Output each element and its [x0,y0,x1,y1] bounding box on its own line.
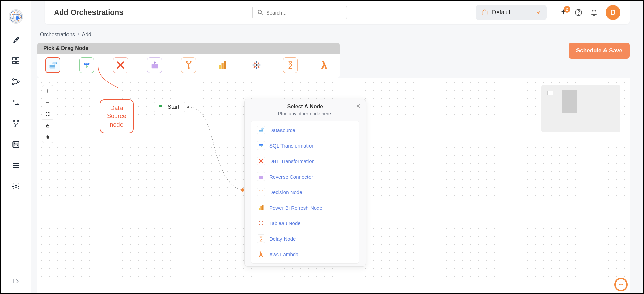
workspace-select[interactable]: Default [476,5,547,20]
breadcrumb-current: Add [82,32,91,38]
sidebar [1,1,31,293]
notification-badge: 2 [564,6,570,13]
svg-rect-47 [259,208,260,210]
fit-view-button[interactable] [42,108,53,120]
minimap-start [547,91,553,95]
sql-icon [257,141,265,150]
delete-button[interactable] [42,131,53,143]
svg-point-5 [17,12,18,13]
svg-point-4 [14,12,15,14]
nav-settings-icon[interactable] [11,182,21,191]
reverse-icon [257,172,265,181]
svg-rect-14 [13,61,15,64]
svg-rect-48 [260,206,262,210]
svg-rect-15 [17,61,19,64]
node-picker-subtitle: Plug any other node here. [245,111,366,116]
palette-datasource-node[interactable] [45,57,60,73]
briefcase-icon [481,9,488,16]
chat-fab[interactable] [614,278,628,291]
palette-dbt-node[interactable] [113,57,128,73]
search-input[interactable] [266,10,343,16]
nav-flow-icon[interactable] [11,77,21,86]
node-picker-item-label: SQL Transformation [269,143,315,149]
nav-swap-icon[interactable] [11,98,21,107]
node-picker-item-reverse[interactable]: Reverse Connector [251,169,359,184]
node-picker-item-label: Decision Node [269,189,302,195]
nav-dashboard-icon[interactable] [11,56,21,65]
start-node[interactable]: Start [154,101,185,113]
palette-delay-node[interactable] [283,57,298,73]
node-picker-item-label: Reverse Connector [269,174,313,180]
node-picker-item-delay[interactable]: Delay Node [251,231,359,246]
svg-rect-46 [259,176,263,179]
svg-point-30 [578,14,579,15]
chevron-down-icon [535,9,541,16]
svg-point-52 [622,284,623,285]
sparkle-icon[interactable]: 2 [560,9,567,16]
breadcrumb-root[interactable]: Orchestrations [40,32,75,38]
edge-endpoint[interactable] [241,188,244,192]
flag-icon [158,104,164,110]
svg-point-10 [11,19,12,20]
zoom-out-button[interactable] [42,97,53,108]
minimap[interactable] [541,85,620,132]
datasource-icon [257,126,265,134]
nav-branch-icon[interactable] [11,119,21,128]
node-palette: Pick & Drag Node SQL [37,43,340,78]
svg-point-1 [10,14,22,19]
decision-icon [257,188,265,196]
svg-point-11 [16,38,17,39]
powerbi-icon [257,203,265,212]
canvas-controls [42,85,53,143]
svg-rect-35 [152,64,158,69]
nav-list-icon[interactable] [11,161,21,170]
bell-icon[interactable] [590,8,598,17]
breadcrumb: Orchestrations / Add [37,32,630,38]
dbt-icon [257,157,265,165]
svg-point-0 [10,11,22,22]
palette-sql-node[interactable]: SQL [79,57,95,73]
node-picker-item-decision[interactable]: Decision Node [251,184,359,200]
svg-point-27 [258,10,261,14]
node-picker-item-dbt[interactable]: DBT Transformation [251,153,359,169]
node-picker-item-label: Aws Lambda [269,251,298,257]
node-picker-item-datasource[interactable]: Datasource [251,122,359,138]
schedule-save-button[interactable]: Schedule & Save [569,43,630,59]
node-picker-item-lambda[interactable]: Aws Lambda [251,246,359,262]
node-picker-item-sql[interactable]: SQL Transformation [251,138,359,153]
close-icon[interactable] [355,103,361,109]
node-picker-title: Select A Node [245,104,366,110]
header: Add Orchestrations Default 2 [45,1,630,24]
node-picker-item-tableau[interactable]: Tableau Node [251,215,359,231]
lock-button[interactable] [42,120,53,131]
svg-rect-44 [259,130,263,132]
node-picker-item-label: Power Bi Refresh Node [269,205,322,211]
avatar[interactable]: D [606,5,620,20]
svg-point-6 [19,14,20,15]
help-icon[interactable] [574,8,583,17]
svg-point-43 [261,128,264,129]
svg-point-26 [15,185,17,187]
svg-rect-28 [482,11,487,15]
node-picker-item-powerbi[interactable]: Power Bi Refresh Node [251,200,359,215]
palette-reverse-node[interactable] [147,57,162,73]
sidebar-collapse-icon[interactable] [11,276,21,286]
svg-rect-49 [262,205,263,210]
svg-text:SQL: SQL [85,63,88,65]
palette-tableau-node[interactable] [249,57,264,73]
svg-rect-40 [222,63,224,69]
svg-point-50 [619,284,620,285]
nav-rocket-icon[interactable] [11,35,21,45]
search-box[interactable] [252,6,347,19]
palette-powerbi-node[interactable] [215,57,230,73]
palette-decision-node[interactable] [181,57,196,73]
zoom-in-button[interactable] [42,85,53,97]
start-node-port[interactable] [187,106,189,108]
palette-lambda-node[interactable] [317,57,332,73]
svg-rect-24 [13,165,19,166]
nav-cycle-icon[interactable] [11,140,21,149]
page-title: Add Orchestrations [54,8,123,17]
canvas[interactable]: Data Source node Start [37,78,630,293]
workspace-label: Default [492,9,531,16]
node-picker-item-label: Delay Node [269,236,296,242]
